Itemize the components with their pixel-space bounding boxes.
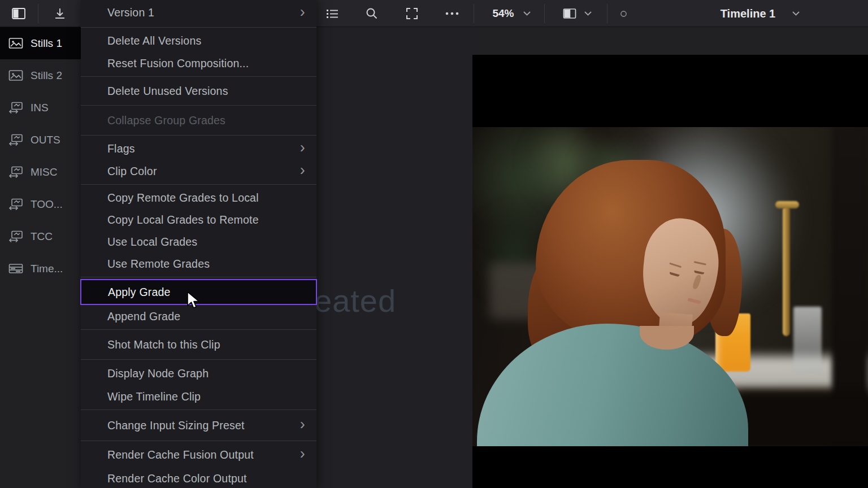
sidebar-item-label: Stills 1 — [31, 37, 62, 50]
enhanced-viewer-button[interactable] — [399, 0, 425, 27]
sidebar-item-label: Stills 2 — [31, 69, 62, 82]
grab-still-icon — [53, 7, 67, 20]
menu-separator — [81, 359, 316, 360]
nose-shadow — [692, 274, 702, 290]
expand-viewer-icon — [405, 7, 419, 20]
gallery-panel-toggle-button[interactable] — [0, 0, 38, 27]
menu-item-reset-fusion-composition[interactable]: Reset Fusion Composition... — [81, 52, 316, 75]
menu-separator — [81, 76, 316, 77]
color-page-screen: 54% Timeline 1 — [0, 0, 868, 488]
grab-still-button[interactable] — [38, 0, 81, 27]
viewer-canvas — [472, 55, 868, 488]
sidebar-item-outs[interactable]: OUTS — [0, 124, 81, 156]
sidebar-item-label: TOO... — [31, 198, 63, 211]
eyebrow — [669, 263, 682, 268]
eyebrow — [694, 261, 706, 265]
water-glass — [793, 307, 822, 373]
menu-item-append-grade[interactable]: Append Grade — [81, 305, 316, 328]
menu-item-clip-color[interactable]: Clip Color — [81, 160, 316, 182]
eye — [694, 271, 704, 275]
menu-item-render-cache-fusion-output[interactable]: Render Cache Fusion Output — [81, 443, 316, 467]
toolbar-divider — [474, 4, 474, 23]
sidebar-item-misc[interactable]: MISC — [0, 156, 81, 188]
zoom-level-dropdown[interactable]: 54% — [480, 0, 542, 27]
sidebar-item-stills-1[interactable]: Stills 1 — [0, 27, 81, 59]
chevron-down-icon — [523, 11, 531, 16]
list-view-icon — [326, 7, 339, 20]
bypass-grades-indicator[interactable] — [615, 0, 632, 27]
menu-item-shot-match-to-this-clip[interactable]: Shot Match to this Clip — [81, 332, 316, 358]
menu-separator — [81, 105, 316, 106]
menu-separator — [81, 184, 316, 185]
menu-item-use-remote-grades[interactable]: Use Remote Grades — [81, 253, 316, 275]
circle-indicator-icon — [620, 10, 627, 18]
stills-album-icon — [8, 69, 23, 81]
menu-item-flags[interactable]: Flags — [81, 137, 316, 160]
menu-separator — [81, 329, 316, 330]
menu-separator — [81, 441, 316, 441]
faucet — [783, 206, 790, 336]
toolbar-divider — [544, 4, 545, 23]
viewer-image — [472, 127, 868, 446]
foreground-shadow — [738, 393, 868, 446]
transfer-album-icon — [8, 102, 23, 114]
sidebar-item-timelines[interactable]: Time... — [0, 252, 81, 285]
menu-item-delete-all-versions[interactable]: Delete All Versions — [81, 29, 316, 52]
menu-separator — [81, 409, 316, 410]
gallery-panel-icon — [11, 7, 27, 20]
split-wipe-icon — [563, 8, 576, 19]
sidebar-item-label: TCC — [31, 230, 53, 243]
menu-item-delete-unused-versions[interactable]: Delete Unused Versions — [81, 79, 316, 103]
menu-item-copy-local-grades-to-remote[interactable]: Copy Local Grades to Remote — [81, 209, 316, 231]
stills-album-icon — [8, 37, 23, 49]
menu-item-wipe-timeline-clip[interactable]: Wipe Timeline Clip — [81, 385, 316, 408]
menu-item-change-input-sizing-preset[interactable]: Change Input Sizing Preset — [81, 412, 316, 439]
ellipsis-icon — [445, 11, 459, 16]
viewer-panel — [472, 27, 868, 488]
menu-item-copy-remote-grades-to-local[interactable]: Copy Remote Grades to Local — [81, 186, 316, 209]
menu-item-display-node-graph[interactable]: Display Node Graph — [81, 361, 316, 385]
toolbar-divider — [607, 4, 607, 23]
sidebar-item-label: INS — [31, 102, 49, 114]
menu-item-collapse-group-grades: Collapse Group Grades — [81, 107, 316, 133]
transfer-album-icon — [8, 166, 23, 178]
menu-item-apply-grade[interactable]: Apply Grade — [80, 279, 317, 305]
sidebar-item-ins[interactable]: INS — [0, 91, 81, 124]
sidebar-item-tcc[interactable]: TCC — [0, 220, 81, 252]
menu-separator — [81, 277, 316, 277]
search-icon — [365, 7, 379, 20]
search-button[interactable] — [359, 0, 385, 27]
menu-separator — [81, 135, 316, 136]
transfer-album-icon — [8, 198, 23, 210]
menu-item-use-local-grades[interactable]: Use Local Grades — [81, 231, 316, 253]
eye — [669, 272, 679, 277]
transfer-album-icon — [8, 134, 23, 146]
sidebar-item-too[interactable]: TOO... — [0, 188, 81, 220]
timeline-selector-label: Timeline 1 — [721, 7, 775, 20]
sidebar-item-stills-2[interactable]: Stills 2 — [0, 59, 81, 91]
sidebar-item-label: OUTS — [31, 134, 60, 146]
timelines-album-icon — [8, 263, 23, 274]
transfer-album-icon — [8, 230, 23, 242]
menu-item-render-cache-color-output[interactable]: Render Cache Color Output — [81, 467, 316, 488]
faucet-spout — [775, 201, 799, 208]
sidebar-item-label: MISC — [31, 166, 58, 178]
menu-item-version-1[interactable]: Version 1 — [81, 0, 316, 25]
chevron-down-icon — [584, 11, 592, 16]
gallery-empty-text-fragment: eated — [314, 282, 396, 319]
viewer-options-button[interactable] — [439, 0, 465, 27]
menu-separator — [81, 27, 316, 28]
sidebar-item-label: Time... — [31, 263, 63, 275]
stills-list-view-button[interactable] — [319, 0, 345, 27]
lips — [687, 298, 701, 304]
wipe-mode-dropdown[interactable] — [552, 0, 602, 27]
timeline-selector-dropdown[interactable]: Timeline 1 — [701, 0, 819, 27]
zoom-level-value: 54% — [492, 7, 514, 20]
gallery-albums-sidebar: Stills 1 Stills 2 INS OUTS — [0, 27, 81, 488]
clip-context-menu: Version 1 Delete All Versions Reset Fusi… — [81, 0, 316, 488]
chevron-down-icon — [792, 11, 800, 16]
